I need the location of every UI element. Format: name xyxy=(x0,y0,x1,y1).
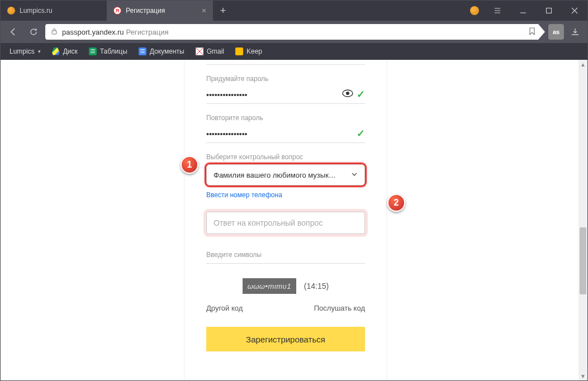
docs-icon xyxy=(139,47,146,55)
check-icon: ✓ xyxy=(357,88,365,101)
window-controls xyxy=(485,1,587,21)
security-question-group: Выберите контрольный вопрос Фамилия ваше… xyxy=(206,153,365,199)
url-path: Регистрация xyxy=(126,28,169,36)
annotation-badge-1: 1 xyxy=(181,156,198,174)
favicon-lumpics-icon xyxy=(7,7,15,15)
tab-title: Регистрация xyxy=(126,7,165,15)
titlebar: Lumpics.ru Я Регистрация × + xyxy=(1,1,587,21)
registration-form: Придумайте пароль ✓ Повторите пароль ✓ xyxy=(185,60,386,380)
chevron-down-icon: ▾ xyxy=(38,49,41,54)
downloads-button[interactable] xyxy=(567,24,583,40)
bookmark-label: Таблицы xyxy=(100,47,127,55)
menu-button[interactable] xyxy=(485,1,510,21)
extension-lastfm-button[interactable]: as xyxy=(548,24,564,40)
repeat-password-input[interactable] xyxy=(206,125,365,143)
captcha-group: Введите символы ωωω•тιтυ1 (14:15) Другой… xyxy=(206,251,365,312)
url-host: passport.yandex.ru xyxy=(62,28,124,36)
tab-registration[interactable]: Я Регистрация × xyxy=(107,1,213,21)
bookmark-label: Gmail xyxy=(207,47,224,55)
security-answer-group xyxy=(206,212,365,234)
security-answer-input[interactable] xyxy=(206,212,365,234)
svg-rect-1 xyxy=(52,31,56,34)
favicon-yandex-icon: Я xyxy=(113,7,121,15)
captcha-time: (14:15) xyxy=(304,282,329,290)
minimize-button[interactable] xyxy=(510,1,536,21)
scrollbar[interactable]: ▲ ▼ xyxy=(578,60,587,380)
check-icon: ✓ xyxy=(357,127,365,140)
security-question-select[interactable]: Фамилия вашего любимого музык… xyxy=(206,164,365,185)
bookmark-keep[interactable]: Keep xyxy=(231,47,267,55)
bookmark-docs[interactable]: Документы xyxy=(134,47,189,55)
bookmark-icon[interactable] xyxy=(528,27,536,37)
scroll-up-icon[interactable]: ▲ xyxy=(578,60,587,69)
close-window-button[interactable] xyxy=(562,1,587,21)
annotation-badge-2: 2 xyxy=(387,194,405,212)
tab-lumpics[interactable]: Lumpics.ru xyxy=(1,1,107,21)
password-label: Придумайте пароль xyxy=(206,75,365,83)
repeat-password-group: Повторите пароль ✓ xyxy=(206,114,365,143)
captcha-audio-link[interactable]: Послушать код xyxy=(314,304,365,312)
browser-window: Lumpics.ru Я Регистрация × + passport.ya… xyxy=(0,0,588,381)
gmail-icon xyxy=(196,47,203,55)
profile-avatar-icon[interactable] xyxy=(470,6,479,15)
svg-point-3 xyxy=(346,92,349,95)
drive-icon xyxy=(52,47,60,55)
captcha-refresh-link[interactable]: Другой код xyxy=(206,304,243,312)
register-button[interactable]: Зарегистрироваться xyxy=(206,327,365,351)
bookmark-label: Документы xyxy=(150,47,184,55)
password-input[interactable] xyxy=(206,86,365,104)
bookmarks-bar: Lumpics ▾ Диск Таблицы Документы Gmail K… xyxy=(1,43,587,60)
repeat-password-label: Повторите пароль xyxy=(206,114,365,122)
eye-icon[interactable] xyxy=(342,89,353,99)
tab-title: Lumpics.ru xyxy=(20,7,53,15)
url-field[interactable]: passport.yandex.ruРегистрация xyxy=(45,24,545,40)
page-content: Придумайте пароль ✓ Повторите пароль ✓ xyxy=(1,60,587,380)
enter-phone-link[interactable]: Ввести номер телефона xyxy=(206,191,282,199)
bookmark-label: Lumpics xyxy=(10,47,35,55)
svg-rect-0 xyxy=(547,8,552,13)
sheets-icon xyxy=(89,47,97,55)
select-value: Фамилия вашего любимого музык… xyxy=(214,171,336,179)
scrollbar-thumb[interactable] xyxy=(580,227,586,294)
keep-icon xyxy=(235,47,243,55)
bookmark-gmail[interactable]: Gmail xyxy=(191,47,229,55)
captcha-label: Введите символы xyxy=(206,251,365,264)
security-question-label: Выберите контрольный вопрос xyxy=(206,153,365,161)
reload-button[interactable] xyxy=(25,23,42,40)
captcha-image: ωωω•тιтυ1 xyxy=(243,278,296,294)
scroll-down-icon[interactable]: ▼ xyxy=(578,372,587,380)
password-group: Придумайте пароль ✓ xyxy=(206,75,365,104)
address-bar: passport.yandex.ruРегистрация as xyxy=(1,21,587,43)
bookmark-sheets[interactable]: Таблицы xyxy=(84,47,132,55)
lock-icon xyxy=(51,28,58,36)
chevron-down-icon xyxy=(351,171,358,179)
bookmark-drive[interactable]: Диск xyxy=(48,47,82,55)
bookmark-label: Keep xyxy=(246,47,262,55)
maximize-button[interactable] xyxy=(536,1,562,21)
url-text: passport.yandex.ruРегистрация xyxy=(62,28,169,36)
new-tab-button[interactable]: + xyxy=(213,1,233,21)
close-tab-icon[interactable]: × xyxy=(202,7,206,15)
tab-strip: Lumpics.ru Я Регистрация × + xyxy=(1,1,464,21)
divider xyxy=(206,64,365,65)
back-button[interactable] xyxy=(5,23,22,40)
bookmark-label: Диск xyxy=(63,47,78,55)
bookmark-folder-lumpics[interactable]: Lumpics ▾ xyxy=(5,47,45,55)
